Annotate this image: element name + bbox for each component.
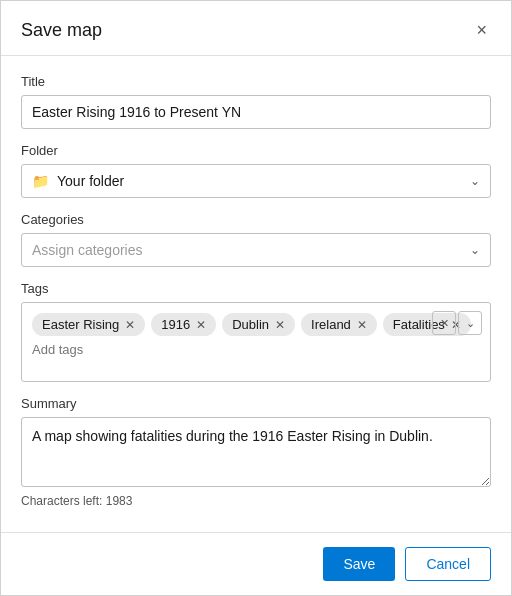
tag-easter-rising: Easter Rising ✕: [32, 313, 145, 336]
folder-selected: 📁 Your folder: [32, 173, 124, 189]
tag-ireland: Ireland ✕: [301, 313, 377, 336]
tags-label: Tags: [21, 281, 491, 296]
tags-field-group: Tags ✕ ⌄ Easter Rising ✕ 1916 ✕: [21, 281, 491, 382]
title-field-group: Title: [21, 74, 491, 129]
tag-ireland-remove[interactable]: ✕: [357, 319, 367, 331]
categories-dropdown[interactable]: Assign categories ⌄: [21, 233, 491, 267]
tags-remove-all-button[interactable]: ✕: [432, 311, 456, 335]
summary-label: Summary: [21, 396, 491, 411]
add-tags-input[interactable]: [32, 342, 200, 357]
tag-1916: 1916 ✕: [151, 313, 216, 336]
tag-1916-label: 1916: [161, 317, 190, 332]
tag-easter-rising-remove[interactable]: ✕: [125, 319, 135, 331]
summary-field-group: Summary A map showing fatalities during …: [21, 396, 491, 508]
categories-field-group: Categories Assign categories ⌄: [21, 212, 491, 267]
folder-icon: 📁: [32, 173, 49, 189]
tag-dublin-label: Dublin: [232, 317, 269, 332]
title-input[interactable]: [21, 95, 491, 129]
title-label: Title: [21, 74, 491, 89]
folder-value: Your folder: [57, 173, 124, 189]
tag-1916-remove[interactable]: ✕: [196, 319, 206, 331]
tags-container: ✕ ⌄ Easter Rising ✕ 1916 ✕: [21, 302, 491, 382]
dialog-footer: Save Cancel: [1, 532, 511, 595]
tags-expand-button[interactable]: ⌄: [458, 311, 482, 335]
close-button[interactable]: ×: [472, 19, 491, 41]
tag-ireland-label: Ireland: [311, 317, 351, 332]
char-count: Characters left: 1983: [21, 494, 491, 508]
dialog-title: Save map: [21, 20, 102, 41]
chevron-down-icon: ⌄: [470, 174, 480, 188]
categories-label: Categories: [21, 212, 491, 227]
char-count-value: 1983: [106, 494, 133, 508]
folder-field-group: Folder 📁 Your folder ⌄: [21, 143, 491, 198]
folder-dropdown[interactable]: 📁 Your folder ⌄: [21, 164, 491, 198]
folder-label: Folder: [21, 143, 491, 158]
tags-controls: ✕ ⌄: [432, 311, 482, 335]
dialog-header: Save map ×: [1, 1, 511, 56]
save-map-dialog: Save map × Title Folder 📁 Your folder ⌄ …: [0, 0, 512, 596]
summary-textarea[interactable]: A map showing fatalities during the 1916…: [21, 417, 491, 487]
save-button[interactable]: Save: [323, 547, 395, 581]
dialog-body: Title Folder 📁 Your folder ⌄ Categories …: [1, 56, 511, 532]
chevron-down-icon: ⌄: [470, 243, 480, 257]
tag-dublin-remove[interactable]: ✕: [275, 319, 285, 331]
tags-row: Easter Rising ✕ 1916 ✕ Dublin ✕: [32, 313, 480, 357]
categories-placeholder: Assign categories: [32, 242, 143, 258]
char-count-prefix: Characters left:: [21, 494, 102, 508]
tag-dublin: Dublin ✕: [222, 313, 295, 336]
cancel-button[interactable]: Cancel: [405, 547, 491, 581]
tag-easter-rising-label: Easter Rising: [42, 317, 119, 332]
